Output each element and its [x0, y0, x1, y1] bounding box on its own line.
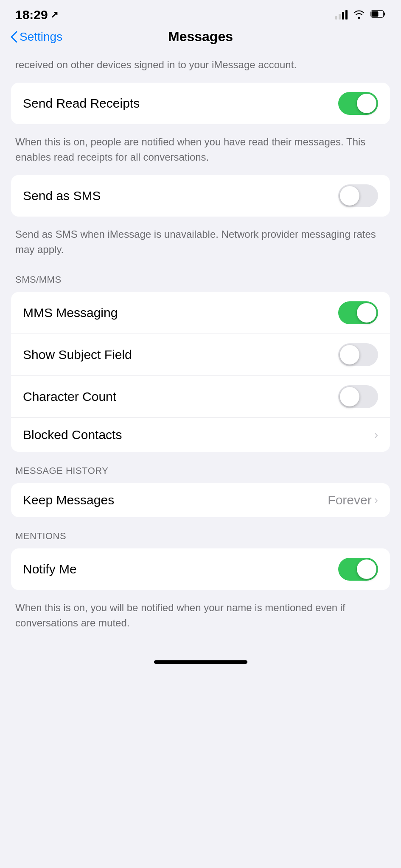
- keep-messages-chevron-icon: ›: [374, 493, 378, 507]
- blocked-contacts-row[interactable]: Blocked Contacts ›: [11, 418, 390, 452]
- send-as-sms-toggle[interactable]: [338, 184, 378, 207]
- mentions-description: When this is on, you will be notified wh…: [0, 593, 401, 637]
- page-title: Messages: [168, 29, 233, 45]
- toggle-knob: [357, 94, 376, 113]
- keep-messages-row[interactable]: Keep Messages Forever ›: [11, 483, 390, 517]
- top-description: received on other devices signed in to y…: [0, 50, 401, 79]
- toggle-knob: [357, 303, 376, 323]
- blocked-contacts-label: Blocked Contacts: [23, 428, 122, 442]
- character-count-row: Character Count: [11, 376, 390, 418]
- location-arrow-icon: ↗: [50, 9, 58, 20]
- toggle-knob: [357, 559, 376, 579]
- keep-messages-value: Forever ›: [328, 493, 378, 507]
- send-as-sms-label: Send as SMS: [23, 189, 101, 203]
- svg-rect-1: [384, 13, 385, 16]
- message-history-card: Keep Messages Forever ›: [11, 483, 390, 517]
- show-subject-field-toggle[interactable]: [338, 343, 378, 366]
- send-as-sms-row: Send as SMS: [11, 175, 390, 217]
- back-label: Settings: [20, 30, 62, 44]
- message-history-section-label: MESSAGE HISTORY: [0, 455, 401, 480]
- send-read-receipts-description: When this is on, people are notified whe…: [0, 128, 401, 172]
- signal-icon: [335, 10, 348, 19]
- wifi-icon: [353, 9, 365, 20]
- notify-me-label: Notify Me: [23, 562, 77, 576]
- mms-messaging-row: MMS Messaging: [11, 292, 390, 334]
- time-display: 18:29: [15, 8, 48, 22]
- back-chevron-icon: [10, 31, 18, 43]
- notify-me-toggle[interactable]: [338, 558, 378, 581]
- keep-messages-label: Keep Messages: [23, 493, 114, 507]
- sms-mms-card: MMS Messaging Show Subject Field Charact…: [11, 292, 390, 452]
- toggle-knob: [340, 186, 359, 206]
- send-read-receipts-card: Send Read Receipts: [11, 83, 390, 124]
- character-count-label: Character Count: [23, 389, 116, 404]
- keep-messages-value-text: Forever: [328, 493, 371, 507]
- send-read-receipts-label: Send Read Receipts: [23, 96, 140, 111]
- blocked-contacts-chevron-icon: ›: [374, 428, 378, 442]
- nav-bar: Settings Messages: [0, 26, 401, 50]
- home-indicator: [0, 654, 401, 672]
- send-read-receipts-row: Send Read Receipts: [11, 83, 390, 124]
- send-as-sms-card: Send as SMS: [11, 175, 390, 217]
- status-icons: [335, 9, 386, 20]
- character-count-toggle[interactable]: [338, 385, 378, 408]
- status-bar: 18:29 ↗: [0, 0, 401, 26]
- mentions-card: Notify Me: [11, 548, 390, 590]
- show-subject-field-label: Show Subject Field: [23, 348, 132, 362]
- battery-icon: [370, 10, 386, 19]
- mms-messaging-toggle[interactable]: [338, 301, 378, 324]
- toggle-knob: [340, 345, 359, 364]
- back-button[interactable]: Settings: [10, 30, 62, 44]
- sms-mms-section-label: SMS/MMS: [0, 264, 401, 289]
- status-time: 18:29 ↗: [15, 8, 58, 22]
- send-read-receipts-toggle[interactable]: [338, 92, 378, 115]
- toggle-knob: [340, 387, 359, 406]
- send-as-sms-description: Send as SMS when iMessage is unavailable…: [0, 220, 401, 264]
- mms-messaging-label: MMS Messaging: [23, 306, 118, 320]
- show-subject-field-row: Show Subject Field: [11, 334, 390, 376]
- notify-me-row: Notify Me: [11, 548, 390, 590]
- mentions-section-label: MENTIONS: [0, 520, 401, 545]
- svg-rect-2: [372, 11, 379, 17]
- content-area: received on other devices signed in to y…: [0, 50, 401, 654]
- home-bar: [154, 660, 247, 664]
